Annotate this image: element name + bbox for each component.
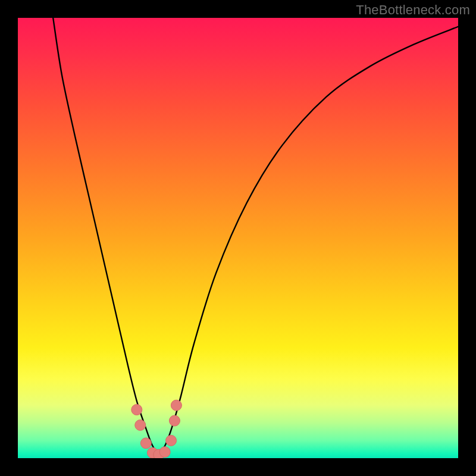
plot-area [18,18,458,458]
bottleneck-curve [53,18,458,454]
curve-marker [171,400,181,411]
watermark-text: TheBottleneck.com [356,2,470,18]
curve-marker [140,438,151,449]
curve-marker [135,420,146,431]
curve-marker [131,405,142,415]
curve-markers [131,400,182,458]
curve-marker [159,447,170,458]
chart-stage: TheBottleneck.com [0,0,476,476]
chart-svg [18,18,458,458]
curve-marker [169,415,180,426]
curve-marker [166,435,177,446]
